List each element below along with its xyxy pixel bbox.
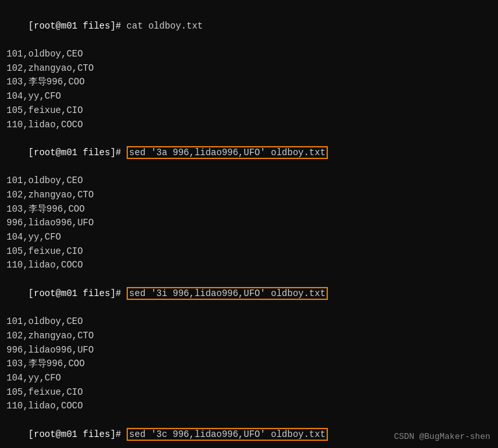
prompt-2: [root@m01 files]# bbox=[29, 147, 127, 158]
output-2-line-4: 996,lidao996,UFO bbox=[6, 216, 492, 230]
watermark: CSDN @BugMaker-shen bbox=[394, 432, 490, 442]
output-3-line-1: 101,oldboy,CEO bbox=[6, 315, 492, 329]
output-3-line-7: 110,lidao,COCO bbox=[6, 399, 492, 414]
output-2-line-3: 103,李导996,COO bbox=[6, 203, 492, 217]
prompt-4: [root@m01 files]# bbox=[29, 429, 127, 440]
cmd3-highlighted: sed '3i 996,lidao996,UFO' oldboy.txt bbox=[127, 287, 328, 300]
output-2-line-1: 101,oldboy,CEO bbox=[6, 174, 492, 188]
output-3-line-3: 996,lidao996,UFO bbox=[6, 343, 492, 358]
output-3-line-4: 103,李导996,COO bbox=[6, 357, 492, 371]
output-2-line-6: 105,feixue,CIO bbox=[6, 245, 492, 259]
prompt-3: [root@m01 files]# bbox=[29, 288, 127, 299]
command-line-4: [root@m01 files]# sed '3c 996,lidao996,U… bbox=[6, 414, 492, 448]
command-line-2: [root@m01 files]# sed '3a 996,lidao996,U… bbox=[6, 132, 492, 174]
output-3-line-5: 104,yy,CFO bbox=[6, 371, 492, 386]
output-1-line-5: 105,feixue,CIO bbox=[6, 104, 492, 118]
command-line-3: [root@m01 files]# sed '3i 996,lidao996,U… bbox=[6, 273, 492, 315]
output-1-line-6: 110,lidao,COCO bbox=[6, 118, 492, 132]
command-line-1: [root@m01 files]# cat oldboy.txt bbox=[6, 5, 492, 47]
output-1-line-4: 104,yy,CFO bbox=[6, 90, 492, 104]
output-3-line-6: 105,feixue,CIO bbox=[6, 386, 492, 400]
output-2-line-7: 110,lidao,COCO bbox=[6, 258, 492, 273]
prompt-1: [root@m01 files]# bbox=[29, 21, 127, 31]
output-2-line-5: 104,yy,CFO bbox=[6, 230, 492, 245]
output-2-line-2: 102,zhangyao,CTO bbox=[6, 188, 492, 203]
cmd1-text: cat oldboy.txt bbox=[127, 21, 203, 31]
output-3-line-2: 102,zhangyao,CTO bbox=[6, 329, 492, 343]
cmd2-highlighted: sed '3a 996,lidao996,UFO' oldboy.txt bbox=[127, 146, 328, 159]
output-1-line-3: 103,李导996,COO bbox=[6, 75, 492, 90]
terminal-window: [root@m01 files]# cat oldboy.txt 101,old… bbox=[0, 0, 498, 448]
cmd4-highlighted: sed '3c 996,lidao996,UFO' oldboy.txt bbox=[127, 428, 328, 441]
output-1-line-1: 101,oldboy,CEO bbox=[6, 47, 492, 62]
output-1-line-2: 102,zhangyao,CTO bbox=[6, 62, 492, 76]
